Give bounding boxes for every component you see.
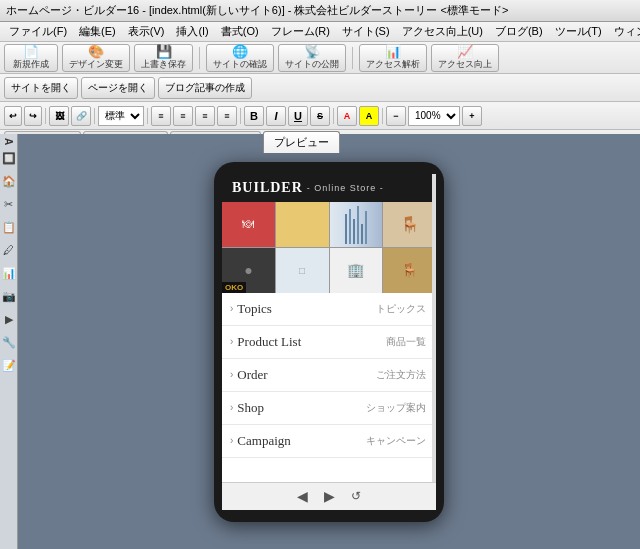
redo-btn[interactable]: ↪ — [24, 106, 42, 126]
back-button[interactable]: ◀ — [297, 488, 308, 504]
align-left-btn[interactable]: ≡ — [151, 106, 171, 126]
nav-list: › Topics トピックス › Product List 商品一覧 › Ord — [222, 293, 436, 482]
menu-window[interactable]: ウィンドウ(W) — [609, 23, 640, 40]
design-button[interactable]: 🎨 デザイン変更 — [62, 44, 130, 72]
photo-5: ● OKO — [222, 248, 275, 293]
side-icon-4[interactable]: 📋 — [2, 217, 16, 237]
fmt-sep2 — [94, 108, 95, 124]
fmt-sep1 — [45, 108, 46, 124]
forward-icon: ▶ — [324, 488, 335, 504]
site-check-button[interactable]: 🌐 サイトの確認 — [206, 44, 274, 72]
publish-button[interactable]: 📡 サイトの公開 — [278, 44, 346, 72]
bg-color-btn[interactable]: A — [359, 106, 379, 126]
nav-label-product-jp: 商品一覧 — [386, 335, 426, 349]
nav-item-product-list[interactable]: › Product List 商品一覧 — [222, 326, 436, 359]
access-up-icon: 📈 — [457, 45, 473, 58]
side-icon-1[interactable]: 🔲 — [2, 148, 16, 168]
save-icon: 💾 — [156, 45, 172, 58]
menu-bar: ファイル(F) 編集(E) 表示(V) 挿入(I) 書式(O) フレーム(R) … — [0, 22, 640, 42]
nav-item-campaign[interactable]: › Campaign キャンペーン — [222, 425, 436, 458]
side-icon-8[interactable]: ▶ — [2, 309, 16, 329]
menu-frame[interactable]: フレーム(R) — [266, 23, 335, 40]
menu-insert[interactable]: 挿入(I) — [171, 23, 213, 40]
analytics-button[interactable]: 📊 アクセス解析 — [359, 44, 427, 72]
nav-item-product-left: › Product List — [230, 334, 301, 350]
zoom-in-btn[interactable]: + — [462, 106, 482, 126]
side-icon-6[interactable]: 📊 — [2, 263, 16, 283]
tab-preview[interactable]: プレビュー — [263, 131, 340, 153]
menu-edit[interactable]: 編集(E) — [74, 23, 121, 40]
align-center-btn[interactable]: ≡ — [173, 106, 193, 126]
photo-3 — [330, 202, 383, 247]
nav-item-shop[interactable]: › Shop ショップ案内 — [222, 392, 436, 425]
fmt-sep4 — [240, 108, 241, 124]
side-icon-5[interactable]: 🖊 — [2, 240, 16, 260]
nav-label-campaign-en: Campaign — [237, 433, 290, 449]
photo-2-img — [276, 202, 329, 247]
zoom-out-btn[interactable]: − — [386, 106, 406, 126]
photo-6: □ — [276, 248, 329, 293]
nav-label-product-en: Product List — [237, 334, 301, 350]
photo-7-img: 🏢 — [330, 248, 383, 293]
photo-7: 🏢 — [330, 248, 383, 293]
nav-item-topics[interactable]: › Topics トピックス — [222, 293, 436, 326]
menu-access-up[interactable]: アクセス向上(U) — [397, 23, 488, 40]
side-icon-9[interactable]: 🔧 — [2, 332, 16, 352]
font-color-btn[interactable]: A — [337, 106, 357, 126]
side-icon-2[interactable]: 🏠 — [2, 171, 16, 191]
design-label: デザイン変更 — [69, 58, 123, 71]
design-icon: 🎨 — [88, 45, 104, 58]
menu-blog[interactable]: ブログ(B) — [490, 23, 548, 40]
nav-item-order[interactable]: › Order ご注文方法 — [222, 359, 436, 392]
menu-tools[interactable]: ツール(T) — [550, 23, 607, 40]
nav-chevron-order: › — [230, 369, 233, 380]
tablet-bottom-bar: ◀ ▶ ↺ — [222, 482, 436, 510]
nav-chevron-campaign: › — [230, 435, 233, 446]
access-up-label: アクセス向上 — [438, 58, 492, 71]
new-button[interactable]: 📄 新規作成 — [4, 44, 58, 72]
side-icon-3[interactable]: ✂ — [2, 194, 16, 214]
menu-site[interactable]: サイト(S) — [337, 23, 395, 40]
site-check-icon: 🌐 — [232, 45, 248, 58]
access-up-button[interactable]: 📈 アクセス向上 — [431, 44, 499, 72]
tablet-screen: BUILDER - Online Store - 🍽 — [222, 174, 436, 482]
blog-post-button[interactable]: ブログ記事の作成 — [158, 77, 252, 99]
forward-button[interactable]: ▶ — [324, 488, 335, 504]
italic-btn[interactable]: I — [266, 106, 286, 126]
open-site-label: サイトを開く — [11, 81, 71, 95]
left-panel-letter: A — [3, 138, 14, 145]
open-page-button[interactable]: ページを開く — [81, 77, 155, 99]
strike-btn[interactable]: S — [310, 106, 330, 126]
oko-badge: OKO — [222, 282, 246, 293]
new-icon: 📄 — [23, 45, 39, 58]
link-btn[interactable]: 🔗 — [71, 106, 91, 126]
side-icon-10[interactable]: 📝 — [2, 355, 16, 375]
nav-item-order-left: › Order — [230, 367, 268, 383]
reload-button[interactable]: ↺ — [351, 489, 361, 503]
img-btn[interactable]: 🖼 — [49, 106, 69, 126]
nav-item-campaign-left: › Campaign — [230, 433, 291, 449]
align-right-btn[interactable]: ≡ — [195, 106, 215, 126]
blog-post-label: ブログ記事の作成 — [165, 81, 245, 95]
align-justify-btn[interactable]: ≡ — [217, 106, 237, 126]
bold-btn[interactable]: B — [244, 106, 264, 126]
underline-btn[interactable]: U — [288, 106, 308, 126]
toolbar1: 📄 新規作成 🎨 デザイン変更 💾 上書き保存 🌐 サイトの確認 📡 サイトの公… — [0, 42, 640, 74]
style-select[interactable]: 標準 — [98, 106, 144, 126]
photo-4-img: 🪑 — [383, 202, 436, 247]
nav-item-topics-left: › Topics — [230, 301, 272, 317]
zoom-select[interactable]: 100% — [408, 106, 460, 126]
undo-btn[interactable]: ↩ — [4, 106, 22, 126]
open-site-button[interactable]: サイトを開く — [4, 77, 78, 99]
menu-file[interactable]: ファイル(F) — [4, 23, 72, 40]
analytics-label: アクセス解析 — [366, 58, 420, 71]
nav-label-shop-jp: ショップ案内 — [366, 401, 426, 415]
side-icon-7[interactable]: 📷 — [2, 286, 16, 306]
publish-icon: 📡 — [304, 45, 320, 58]
nav-label-order-jp: ご注文方法 — [376, 368, 426, 382]
menu-format[interactable]: 書式(O) — [216, 23, 264, 40]
back-icon: ◀ — [297, 488, 308, 504]
photo-8: 🪑 — [383, 248, 436, 293]
save-button[interactable]: 💾 上書き保存 — [134, 44, 193, 72]
menu-view[interactable]: 表示(V) — [123, 23, 170, 40]
